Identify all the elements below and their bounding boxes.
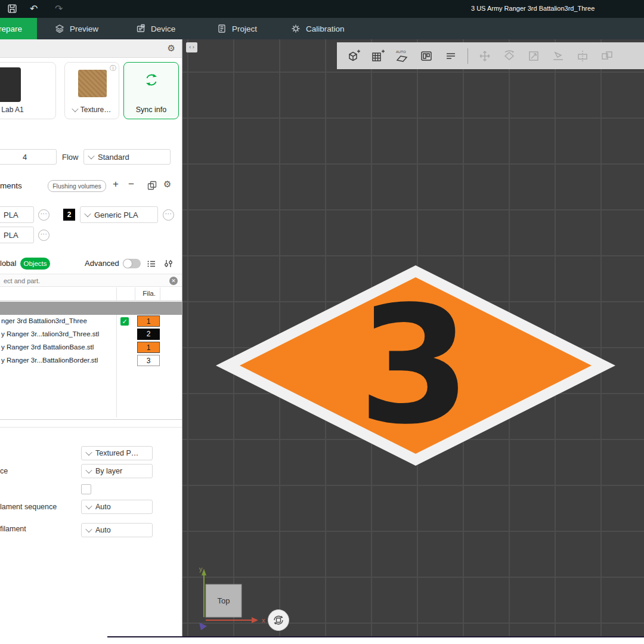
flow-label: Flow (62, 153, 78, 162)
tab-prepare[interactable]: Prepare (0, 18, 37, 39)
printer-settings-gear-icon[interactable]: ⚙ (168, 43, 175, 54)
gear-icon (291, 24, 301, 33)
filament-slot1-select[interactable]: PLA (0, 206, 34, 223)
model-number: 3 (358, 271, 470, 460)
sync-info-button[interactable]: Sync info (123, 62, 179, 119)
print-sequence-label: ce (0, 467, 8, 475)
chevron-down-icon (88, 153, 94, 159)
tab-device[interactable]: Device (136, 18, 175, 39)
filament-assignment-cell[interactable]: 1 (137, 315, 160, 327)
bambu-studio-window: ↶ ↷ 3 US Army Ranger 3rd Battalion3rd_Th… (0, 0, 644, 644)
clear-search-icon[interactable]: ✕ (169, 277, 178, 285)
section-divider (0, 427, 182, 428)
tab-calibration-label: Calibration (306, 24, 345, 33)
tab-preview-label: Preview (70, 24, 98, 33)
print-sequence-select[interactable]: By layer (81, 464, 153, 478)
viewport-3d[interactable]: ‹ › AUTO (182, 39, 644, 644)
plate-type-setting-select[interactable]: Textured P… (81, 446, 153, 460)
print-sequence-value: By layer (95, 467, 122, 475)
filament-label: filament (0, 525, 26, 533)
filament-slot1-menu-icon[interactable]: ··· (38, 209, 49, 221)
prepare-sidebar: ⚙ u Lab A1 ⓘ Texture… S (0, 39, 182, 644)
scope-objects-tab[interactable]: Objects (20, 258, 50, 270)
filament-setting-value: Auto (95, 526, 111, 534)
filaments-section-title: ments (0, 181, 22, 190)
tab-project-label: Project (232, 24, 257, 33)
part-name: y Ranger 3r...BattalionBorder.stl (1, 357, 98, 364)
nozzle-size-input[interactable] (0, 149, 57, 165)
printer-card[interactable]: u Lab A1 (0, 62, 56, 119)
flow-select[interactable]: Standard (83, 149, 171, 165)
filament-slot2-select[interactable]: Generic PLA (80, 206, 158, 223)
bottom-bar (0, 636, 644, 644)
tab-preview[interactable]: Preview (55, 18, 98, 39)
undo-icon[interactable]: ↶ (30, 2, 38, 16)
flushing-volumes-button[interactable]: Flushing volumes (48, 180, 106, 192)
filament-assignment-cell[interactable]: 1 (137, 342, 160, 353)
view-orbit-button[interactable] (268, 609, 289, 631)
redo-icon[interactable]: ↷ (55, 2, 63, 16)
scope-global-tab[interactable]: lobal (0, 259, 16, 268)
sidebar-header-strip: ⚙ (0, 39, 182, 58)
tab-calibration[interactable]: Calibration (291, 18, 345, 39)
filament-slot1-value: PLA (4, 210, 18, 219)
main-tabbar: Prepare Preview Device Project Calibrati… (0, 18, 644, 39)
y-axis-label: y (199, 565, 203, 572)
filament-slot3-value: PLA (4, 231, 18, 240)
swap-filament-icon[interactable] (147, 180, 157, 193)
info-icon[interactable]: ⓘ (110, 64, 116, 73)
tab-project[interactable]: Project (217, 18, 257, 39)
filament-slot3-select[interactable]: PLA (0, 227, 34, 243)
add-filament-icon[interactable]: + (113, 178, 119, 190)
sync-info-label: Sync info (124, 106, 178, 114)
advanced-toggle[interactable] (123, 259, 141, 268)
object-name: nger 3rd Battalion3rd_Three (1, 317, 87, 324)
object-search-row: ✕ (0, 274, 182, 287)
document-icon (217, 24, 227, 33)
object-row[interactable]: nger 3rd Battalion3rd_Three ✓ 1 (0, 315, 182, 328)
filament-sequence-label: lament sequence (0, 503, 57, 511)
plate-row-selected[interactable] (0, 302, 182, 315)
device-icon (136, 24, 145, 33)
filament-setting-select[interactable]: Auto (81, 523, 153, 537)
orbit-icon (273, 614, 284, 626)
advanced-label: Advanced (85, 259, 119, 268)
table-column-divider (135, 287, 135, 301)
filament-slot3-menu-icon[interactable]: ··· (38, 230, 49, 241)
object-search-input[interactable] (2, 275, 160, 287)
object-list-icon[interactable] (147, 259, 156, 271)
flow-value: Standard (98, 153, 129, 162)
table-column-divider (160, 287, 160, 301)
unchecked-checkbox[interactable] (81, 484, 91, 494)
filament-assignment-cell[interactable]: 2 (137, 329, 160, 340)
filament-assignment-cell[interactable]: 3 (137, 355, 160, 366)
chevron-down-icon (72, 106, 78, 112)
part-row[interactable]: y Ranger 3rd BattalionBase.stl 1 (0, 341, 182, 354)
object-table-header: Fila. (0, 287, 182, 301)
chevron-down-icon (85, 503, 92, 509)
chevron-down-icon (84, 210, 91, 217)
checked-checkbox-icon[interactable]: ✓ (120, 317, 129, 326)
z-axis-arrow (199, 623, 207, 630)
x-axis-arrow (252, 617, 258, 623)
tab-prepare-label: Prepare (0, 24, 22, 33)
window-title: 3 US Army Ranger 3rd Battalion3rd_Three (471, 5, 595, 12)
layers-icon (55, 24, 64, 33)
part-row[interactable]: y Ranger 3r...BattalionBorder.stl 3 (0, 354, 182, 367)
build-plate-card[interactable]: ⓘ Texture… (64, 62, 119, 119)
filament-settings-gear-icon[interactable]: ⚙ (163, 179, 171, 190)
filament-slot2-menu-icon[interactable]: ··· (163, 209, 174, 221)
bottom-bar-divider (107, 636, 644, 637)
x-axis-label: x (262, 617, 265, 624)
filament-sequence-select[interactable]: Auto (81, 500, 153, 514)
part-row[interactable]: y Ranger 3r...talion3rd_Three.stl 2 (0, 328, 182, 341)
filament-slot2-index[interactable]: 2 (63, 209, 75, 221)
plate-texture-image (78, 70, 107, 97)
save-icon[interactable] (7, 4, 17, 16)
plate-type-select[interactable]: Texture… (65, 106, 119, 114)
remove-filament-icon[interactable]: − (128, 178, 134, 190)
toggle-knob (123, 259, 132, 268)
process-tune-icon[interactable] (163, 259, 173, 271)
plate-type-setting-value: Textured P… (95, 449, 138, 457)
model-diamond-3[interactable]: 3 (182, 39, 644, 644)
